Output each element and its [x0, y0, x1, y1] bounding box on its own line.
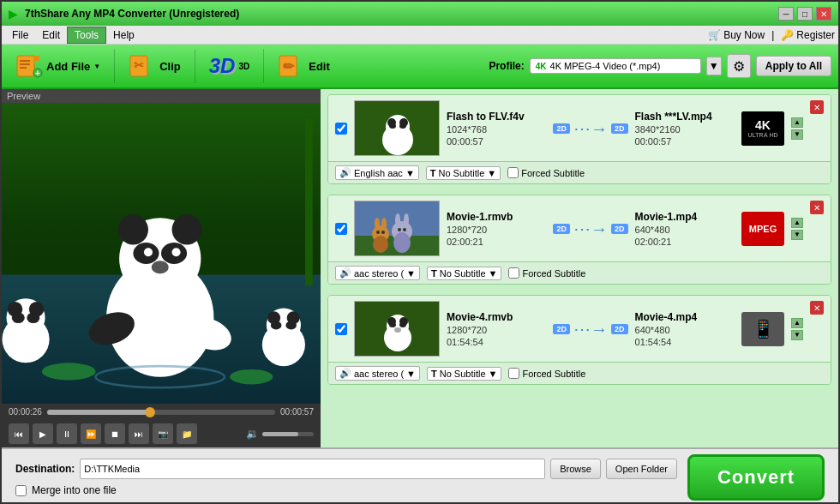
profile-dropdown-button[interactable]: ▼: [706, 57, 722, 75]
maximize-button[interactable]: □: [797, 7, 813, 21]
file-3-audio-value: aac stereo (: [354, 369, 404, 379]
file-1-dur: 00:00:57: [447, 136, 546, 147]
file-3-res: 1280*720: [447, 325, 546, 335]
file-1-checkbox[interactable]: [335, 123, 347, 135]
preview-panel: Preview: [2, 89, 321, 447]
file-list-panel: Flash to FLV.f4v 1024*768 00:00:57 2D ⋯→…: [321, 89, 838, 447]
svg-text:+: +: [35, 69, 40, 78]
svg-point-39: [271, 321, 282, 329]
file-2-sub-value: No Subtitle: [440, 268, 486, 279]
browse-button[interactable]: Browse: [550, 459, 601, 479]
file-3-out-dur: 01:54:54: [635, 337, 735, 347]
svg-point-26: [152, 261, 169, 273]
open-folder-button[interactable]: Open Folder: [606, 459, 677, 479]
file-2-down-button[interactable]: ▼: [791, 230, 803, 240]
file-2-checkbox[interactable]: [335, 223, 347, 235]
volume-fill: [262, 432, 298, 436]
prev-button[interactable]: ⏮: [9, 423, 29, 444]
menu-tools[interactable]: Tools: [67, 27, 106, 44]
svg-point-20: [118, 214, 148, 244]
merge-checkbox[interactable]: [15, 485, 27, 496]
file-2-out-name: Movie-1.mp4: [635, 211, 735, 223]
profile-label: Profile:: [489, 60, 524, 72]
file-1-sub-value: No Subtitle: [439, 168, 485, 178]
file-3-forced-checkbox[interactable]: [508, 368, 519, 379]
progress-fill: [47, 410, 150, 415]
toolbar-divider-2: [195, 49, 195, 83]
file-3-sub-select[interactable]: T No Subtitle ▼: [427, 367, 501, 381]
pause-button[interactable]: ⏸: [57, 423, 77, 444]
file-1-forced-checkbox[interactable]: [507, 167, 519, 178]
file-1-out-dur: 00:00:57: [635, 136, 735, 147]
file-2-sub-select[interactable]: T No Subtitle ▼: [427, 267, 501, 280]
file-3-close-button[interactable]: ✕: [810, 301, 824, 315]
file-1-up-button[interactable]: ▲: [791, 117, 803, 128]
file-2-close-button[interactable]: ✕: [810, 201, 824, 214]
svg-point-33: [12, 312, 25, 323]
progress-track[interactable]: [47, 410, 275, 415]
snapshot-button[interactable]: 📷: [153, 423, 173, 444]
svg-point-60: [373, 236, 388, 253]
svg-point-50: [399, 123, 406, 129]
file-2-forced-sub[interactable]: Forced Subtitle: [508, 267, 585, 279]
folder-button[interactable]: 📁: [177, 423, 197, 444]
file-3-out-name: Movie-4.mp4: [635, 311, 735, 323]
file-3-quality-badge: 📱: [741, 312, 784, 346]
time-end: 00:00:57: [280, 407, 314, 417]
file-2-forced-checkbox[interactable]: [508, 267, 519, 279]
register-button[interactable]: 🔑 Register: [781, 29, 835, 41]
menu-edit[interactable]: Edit: [35, 27, 67, 43]
file-1-down-button[interactable]: ▼: [791, 129, 803, 140]
file-1-audio-select[interactable]: 🔊 English aac ▼: [335, 165, 419, 180]
file-1-sub-select[interactable]: T No Subtitle ▼: [426, 166, 501, 180]
volume-track[interactable]: [262, 432, 314, 436]
file-2-badge-2d-out: 2D: [611, 224, 628, 234]
file-1-res: 1024*768: [447, 124, 546, 135]
buy-now-button[interactable]: 🛒 Buy Now: [708, 29, 765, 41]
threed-label: 3D: [238, 62, 249, 71]
file-2-footer: 🔊 aac stereo ( ▼ T No Subtitle ▼ Forced …: [328, 261, 831, 284]
profile-area: Profile: 4K 4K MPEG-4 Video (*.mp4) ▼ ⚙ …: [489, 54, 831, 78]
clip-button[interactable]: ✂ Clip: [122, 49, 188, 83]
svg-rect-4: [20, 63, 30, 65]
convert-button[interactable]: Convert: [687, 454, 825, 501]
play-button[interactable]: ▶: [33, 423, 53, 444]
file-1-forced-label: Forced Subtitle: [521, 168, 585, 178]
progress-bar-area[interactable]: 00:00:26 00:00:57: [2, 404, 321, 420]
menu-help[interactable]: Help: [106, 27, 141, 43]
ff-button[interactable]: ⏩: [81, 423, 101, 444]
svg-point-24: [144, 248, 153, 256]
file-3-checkbox[interactable]: [335, 323, 347, 335]
file-1-arrow: 2D ⋯→ 2D: [553, 118, 627, 139]
stop-button[interactable]: ⏹: [105, 423, 125, 444]
bottom-bar: Destination: Browse Open Folder Merge in…: [2, 447, 838, 504]
profile-select: 4K 4K MPEG-4 Video (*.mp4): [530, 58, 701, 74]
file-2-audio-select[interactable]: 🔊 aac stereo ( ▼: [335, 266, 420, 280]
threed-icon: 3D: [209, 54, 236, 78]
menu-file[interactable]: File: [5, 27, 35, 43]
edit-button[interactable]: ✏ Edit: [271, 49, 337, 83]
next-button[interactable]: ⏭: [129, 423, 149, 444]
file-2-up-button[interactable]: ▲: [791, 218, 803, 228]
add-file-button[interactable]: + Add File ▼: [9, 49, 107, 83]
file-3-forced-sub[interactable]: Forced Subtitle: [508, 368, 585, 379]
destination-input[interactable]: [80, 459, 545, 479]
close-button[interactable]: ✕: [816, 7, 831, 21]
main-content: Preview: [2, 89, 838, 447]
svg-point-25: [172, 248, 181, 256]
apply-all-button[interactable]: Apply to All: [756, 56, 831, 76]
file-1-close-button[interactable]: ✕: [810, 100, 824, 114]
file-1-forced-sub[interactable]: Forced Subtitle: [507, 167, 585, 178]
file-3-audio-select[interactable]: 🔊 aac stereo ( ▼: [335, 366, 420, 381]
file-3-up-button[interactable]: ▲: [791, 318, 803, 328]
clip-icon: ✂: [129, 52, 156, 80]
file-2-name: Movie-1.rmvb: [447, 211, 546, 223]
svg-point-58: [403, 228, 406, 231]
file-2-info: Movie-1.rmvb 1280*720 02:00:21: [447, 211, 546, 247]
minimize-button[interactable]: ─: [778, 7, 794, 21]
settings-button[interactable]: ⚙: [727, 54, 751, 78]
threed-button[interactable]: 3D 3D: [202, 51, 256, 81]
file-2-badge-2d-in: 2D: [553, 224, 570, 234]
file-3-down-button[interactable]: ▼: [791, 330, 803, 340]
progress-thumb[interactable]: [145, 407, 155, 417]
